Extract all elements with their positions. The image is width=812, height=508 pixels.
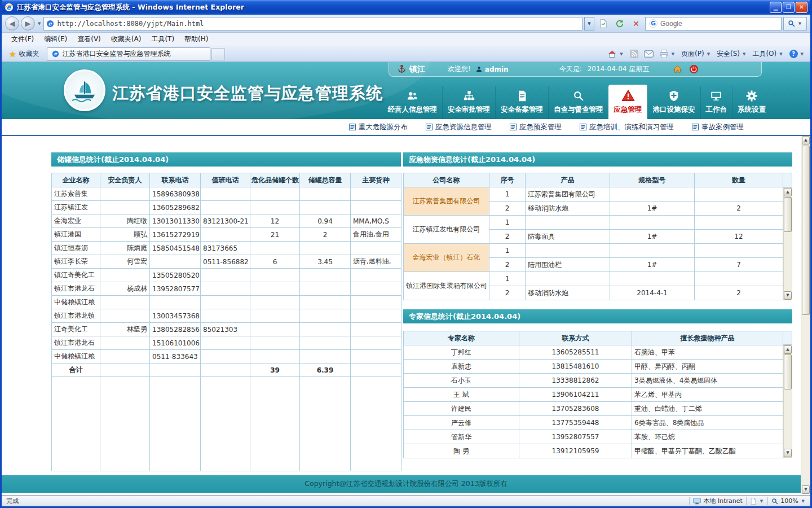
materials-scrollbar-up[interactable]: ▲ bbox=[784, 188, 792, 196]
cell bbox=[201, 364, 250, 377]
nav-port-security[interactable]: 港口设施保安 bbox=[647, 86, 700, 119]
submenu-plan-management[interactable]: 应急预案管理 bbox=[510, 122, 562, 132]
materials-scrollbar[interactable]: ▲ ▼ bbox=[783, 187, 792, 300]
filler-cell bbox=[250, 377, 300, 471]
table-row: 王 斌13906104211苯乙烯、甲基丙 bbox=[404, 388, 783, 402]
materials-scrollbar-down[interactable]: ▼ bbox=[784, 291, 792, 300]
page-scrollbar-up[interactable]: ▲ bbox=[802, 136, 810, 144]
refresh-button[interactable] bbox=[612, 16, 627, 30]
logout-button[interactable] bbox=[689, 64, 699, 74]
close-button[interactable]: ✕ bbox=[796, 2, 807, 13]
back-button[interactable]: ◀ bbox=[5, 16, 19, 30]
page-ie-icon: e bbox=[46, 20, 54, 28]
experts-scrollbar-thumb[interactable] bbox=[784, 354, 792, 389]
submenu-hazard-distribution[interactable]: 重大危险源分布 bbox=[349, 122, 408, 132]
tank-header-row: 企业名称安全负责人联系电话值班电话危化品储罐个数储罐总容量主要货种 bbox=[52, 173, 401, 187]
tab-active[interactable]: e 江苏省港口安全监管与应急管理系统 bbox=[47, 47, 210, 61]
cell bbox=[351, 323, 401, 336]
materials-scrollbar-thumb[interactable] bbox=[784, 197, 792, 232]
new-tab-stub[interactable] bbox=[211, 48, 225, 60]
menu-edit[interactable]: 编辑(E) bbox=[39, 33, 72, 46]
company-cell: 江苏索普集团有限公司 bbox=[404, 187, 489, 216]
nav-safety-approval[interactable]: 安全审批管理 bbox=[442, 86, 495, 119]
shield-icon bbox=[668, 90, 680, 102]
page-scrollbar[interactable]: ▲ ▼ bbox=[801, 136, 810, 494]
tools-menu-button[interactable]: 工具(O)▼ bbox=[752, 49, 783, 59]
nav-emergency[interactable]: 应急管理 bbox=[608, 85, 647, 119]
favorites-button[interactable]: ★ 收藏夹 bbox=[4, 47, 45, 60]
zoom-control[interactable]: 100% ▼ bbox=[771, 497, 806, 505]
nav-self-inspection[interactable]: 自查与督查管理 bbox=[548, 86, 608, 119]
cell: 15850451548 bbox=[150, 242, 201, 255]
home-button[interactable]: ▼ bbox=[607, 50, 624, 58]
cell: 2 bbox=[489, 286, 526, 300]
cell bbox=[300, 269, 351, 282]
nav-safety-record[interactable]: 安全备案管理 bbox=[495, 86, 548, 119]
cell: 1# bbox=[610, 202, 695, 216]
cell bbox=[300, 242, 351, 255]
minimize-button[interactable]: ▁ bbox=[770, 2, 782, 13]
company-cell: 金海宏业（镇江）石化 bbox=[404, 244, 489, 272]
nav-workbench[interactable]: 工作台 bbox=[700, 86, 732, 119]
submenu-training-drill[interactable]: 应急培训、演练和演习管理 bbox=[580, 122, 674, 132]
search-box[interactable]: G bbox=[645, 17, 782, 30]
document-icon bbox=[516, 90, 528, 102]
page-menu-button[interactable]: 页面(P)▼ bbox=[681, 49, 711, 59]
cell bbox=[100, 296, 150, 309]
experts-scrollbar-down[interactable]: ▼ bbox=[784, 449, 792, 457]
submenu-accident-cases[interactable]: 事故案例管理 bbox=[692, 122, 744, 132]
stop-button[interactable]: ✕ bbox=[629, 16, 643, 30]
maximize-button[interactable]: ❐ bbox=[783, 2, 795, 13]
cell: 13952807557 bbox=[519, 430, 632, 444]
print-button[interactable]: ▼ bbox=[659, 50, 676, 58]
menu-view[interactable]: 查看(V) bbox=[72, 33, 106, 46]
zoom-dropdown-icon: ▼ bbox=[801, 499, 806, 503]
cell bbox=[300, 201, 351, 214]
page-scrollbar-thumb[interactable] bbox=[802, 146, 810, 315]
table-row: 丁邦红13605285511石脑油、甲苯 bbox=[404, 345, 783, 360]
nav-settings[interactable]: 系统设置 bbox=[732, 86, 771, 119]
experts-scrollbar[interactable]: ▲ ▼ bbox=[783, 345, 792, 458]
home-shortcut-button[interactable] bbox=[673, 64, 682, 74]
company-cell: 镇江港国际集装箱有限公司 bbox=[404, 272, 489, 300]
menu-help[interactable]: 帮助(H) bbox=[179, 33, 213, 46]
home-dropdown-icon: ▼ bbox=[619, 52, 624, 56]
cell bbox=[201, 228, 250, 242]
menu-tools[interactable]: 工具(T) bbox=[146, 33, 179, 46]
mail-button[interactable] bbox=[644, 50, 654, 58]
page-scrollbar-down[interactable]: ▼ bbox=[802, 485, 810, 494]
cell: 丁邦红 bbox=[404, 345, 519, 360]
search-input[interactable] bbox=[660, 20, 778, 28]
address-dropdown[interactable]: ▼ bbox=[584, 17, 594, 30]
mail-icon bbox=[644, 50, 654, 58]
address-input[interactable] bbox=[57, 20, 580, 28]
submenu-label: 事故案例管理 bbox=[701, 122, 744, 132]
feeds-button[interactable] bbox=[630, 50, 638, 58]
compatibility-view-button[interactable] bbox=[596, 16, 611, 30]
nav-label: 经营人信息管理 bbox=[388, 105, 438, 115]
help-dropdown-icon: ▼ bbox=[800, 52, 805, 56]
menu-file[interactable]: 文件(F) bbox=[6, 33, 39, 46]
experts-scrollbar-up[interactable]: ▲ bbox=[784, 345, 792, 354]
protected-mode-button[interactable]: ▼ bbox=[750, 498, 764, 505]
cell bbox=[351, 242, 401, 255]
table-row: 石小玉133388128623类易燃液体、4类易燃固体 bbox=[404, 374, 783, 388]
submenu-label: 重大危险源分布 bbox=[359, 122, 408, 132]
help-button[interactable]: ?▼ bbox=[789, 50, 805, 58]
search-button[interactable]: ▼ bbox=[783, 17, 807, 30]
cell bbox=[610, 216, 695, 230]
filler-cell bbox=[300, 377, 351, 471]
cell: 石脑油、甲苯 bbox=[632, 345, 783, 360]
history-dropdown[interactable]: ▼ bbox=[37, 21, 42, 26]
cell: 苯乙烯、甲基丙 bbox=[632, 388, 783, 402]
table-row: 江苏索普集15896380938 bbox=[52, 187, 401, 201]
forward-button[interactable]: ▶ bbox=[21, 16, 35, 30]
table-row: 镇江港国顾弘13615272919212食用油,食用 bbox=[52, 228, 401, 242]
submenu-resource-info[interactable]: 应急资源信息管理 bbox=[426, 122, 492, 132]
address-field[interactable]: e bbox=[43, 17, 582, 30]
menu-favorites[interactable]: 收藏夹(A) bbox=[106, 33, 147, 46]
cell: 0511-833643 bbox=[150, 350, 201, 364]
safety-menu-button[interactable]: 安全(S)▼ bbox=[717, 49, 747, 59]
nav-operator-info[interactable]: 经营人信息管理 bbox=[383, 86, 443, 119]
cell: 1 bbox=[489, 244, 526, 258]
